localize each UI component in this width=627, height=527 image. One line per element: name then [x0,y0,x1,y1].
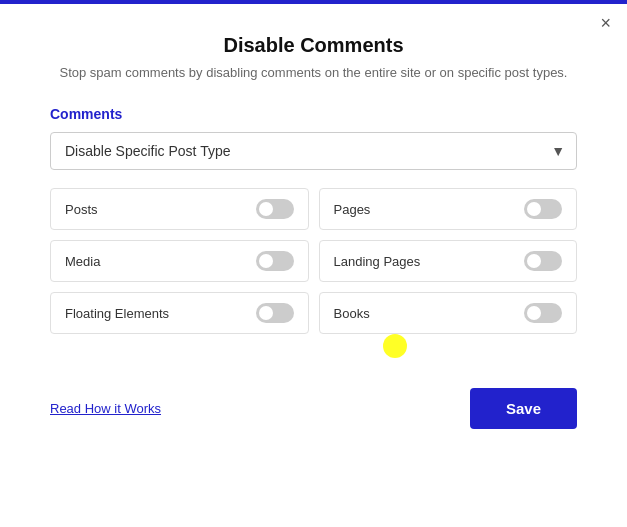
toggle-label-pages: Pages [334,202,371,217]
slider-floating [256,303,294,323]
toggle-item-media: Media [50,240,309,282]
slider-pages [524,199,562,219]
toggle-label-books: Books [334,306,370,321]
slider-posts [256,199,294,219]
modal-subtitle: Stop spam comments by disabling comments… [40,65,587,80]
toggle-switch-media[interactable] [256,251,294,271]
modal-body: Comments Disable Specific Post Type Disa… [0,90,627,360]
toggle-label-posts: Posts [65,202,98,217]
modal-footer: Read How it Works Save [0,370,627,447]
toggle-switch-pages[interactable] [524,199,562,219]
toggle-item-books: Books [319,292,578,334]
close-button[interactable]: × [600,14,611,32]
toggle-item-landing: Landing Pages [319,240,578,282]
dropdown-wrapper: Disable Specific Post Type Disable All E… [50,132,577,170]
slider-landing [524,251,562,271]
toggle-item-posts: Posts [50,188,309,230]
toggle-switch-landing[interactable] [524,251,562,271]
toggle-label-landing: Landing Pages [334,254,421,269]
toggle-label-floating: Floating Elements [65,306,169,321]
slider-media [256,251,294,271]
toggle-switch-books[interactable] [524,303,562,323]
toggle-grid: Posts Pages Media [50,188,577,334]
modal: × Disable Comments Stop spam comments by… [0,0,627,527]
toggle-switch-floating[interactable] [256,303,294,323]
toggle-switch-posts[interactable] [256,199,294,219]
section-label: Comments [50,106,577,122]
save-button[interactable]: Save [470,388,577,429]
modal-header: Disable Comments Stop spam comments by d… [0,4,627,90]
toggle-item-floating: Floating Elements [50,292,309,334]
post-type-dropdown[interactable]: Disable Specific Post Type Disable All E… [50,132,577,170]
slider-books [524,303,562,323]
toggle-item-pages: Pages [319,188,578,230]
modal-title: Disable Comments [40,34,587,57]
toggle-label-media: Media [65,254,100,269]
read-how-it-works-link[interactable]: Read How it Works [50,401,161,416]
